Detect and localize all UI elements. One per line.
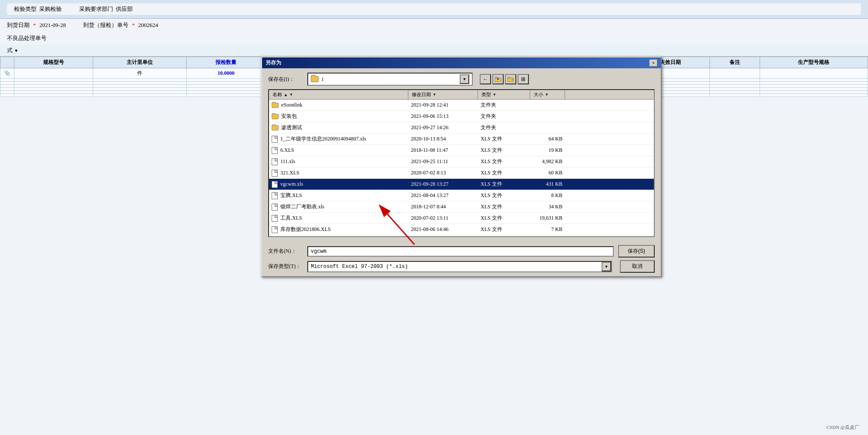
dialog-body: 保存在(I)： 1 ▼ ← <box>262 68 661 241</box>
col-header-name[interactable]: 名称 ▲ ▼ <box>269 90 408 99</box>
savetype-select[interactable]: Microsoft Excel 97-2003 (*.xls) <box>308 262 602 271</box>
savetype-dropdown-arrow[interactable]: ▼ <box>602 262 611 271</box>
file-size-cell: 431 KB <box>530 180 565 188</box>
dialog-bottom: 文件名(N)： 保存(S) 保存类型(T)： Microsoft Excel 9… <box>262 241 661 276</box>
col-dropdown-arrow[interactable]: ▼ <box>289 93 293 97</box>
file-type-cell: XLS 文件 <box>478 191 530 200</box>
file-type-cell: 文件夹 <box>478 123 530 132</box>
list-item[interactable]: 渗透测试 2021-09-27 14:26 文件夹 <box>269 122 654 134</box>
file-date-cell: 2018-11-08 11:47 <box>408 146 478 154</box>
view-toggle-button[interactable]: ⊞ <box>518 74 529 84</box>
file-icon <box>272 204 278 211</box>
col-date-dropdown[interactable]: ▼ <box>433 93 436 97</box>
new-folder-button[interactable]: + <box>505 74 516 84</box>
file-size-cell: 19 KB <box>530 146 565 154</box>
file-name-cell: 111.xls <box>269 157 408 166</box>
file-name: 6.XLS <box>280 147 294 154</box>
file-size-cell <box>530 127 565 129</box>
up-folder-button[interactable] <box>492 74 504 84</box>
folder-icon <box>272 114 279 119</box>
watermark: CSDN @瓜皮厂 <box>827 424 859 431</box>
list-item[interactable]: 安装包 2021-09-06 15:13 文件夹 <box>269 111 654 122</box>
col-name-label: 名称 <box>273 91 282 98</box>
back-button[interactable]: ← <box>480 74 491 84</box>
dialog-close-button[interactable]: × <box>649 60 657 67</box>
list-item[interactable]: 宝腾.XLS 2021-08-04 13:27 XLS 文件 8 KB <box>269 190 654 201</box>
file-name-cell: 库存数据2021806.XLS <box>269 225 408 234</box>
col-sort-arrow: ▲ <box>284 93 288 97</box>
file-name: 111.xls <box>280 158 295 165</box>
folder-icon-sm <box>311 76 319 82</box>
file-type-cell: XLS 文件 <box>478 146 530 155</box>
list-item[interactable]: 321.XLS 2020-07-02 8:13 XLS 文件 60 KB <box>269 167 654 179</box>
file-size-cell: 60 KB <box>530 169 565 177</box>
col-type-label: 类型 <box>481 91 491 98</box>
svg-text:+: + <box>511 78 513 82</box>
file-name-cell: 6.XLS <box>269 146 408 155</box>
filename-input[interactable] <box>307 246 614 257</box>
file-name: 工具.XLS <box>280 214 302 222</box>
file-date-cell: 2021-09-28 12:41 <box>408 101 478 109</box>
list-item[interactable]: vgcwm.xls 2021-09-28 13:27 XLS 文件 431 KB <box>269 179 654 190</box>
file-date-cell: 2020-07-02 8:13 <box>408 169 478 177</box>
file-date-cell: 2021-08-06 14:46 <box>408 225 478 234</box>
svg-rect-5 <box>508 77 510 78</box>
file-size-cell: 64 KB <box>530 135 565 143</box>
file-size-cell: 7 KB <box>530 225 565 234</box>
filename-label: 文件名(N)： <box>268 248 303 255</box>
list-item[interactable]: 锻焊二厂考勤表.xls 2018-12-07 8:44 XLS 文件 34 KB <box>269 201 654 213</box>
list-item[interactable]: 工具.XLS 2020-07-02 13:11 XLS 文件 19,631 KB <box>269 213 654 224</box>
dialog-title: 另存为 <box>266 59 281 67</box>
file-date-cell: 2020-07-02 13:11 <box>408 214 478 222</box>
col-size-dropdown[interactable]: ▼ <box>545 93 548 97</box>
file-type-cell: 文件夹 <box>478 100 530 110</box>
file-type-cell: XLS 文件 <box>478 214 530 223</box>
save-in-value: 1 <box>321 76 457 83</box>
file-date-cell: 2021-09-28 13:27 <box>408 180 478 188</box>
file-name: vgcwm.xls <box>280 181 303 187</box>
file-icon <box>272 147 278 154</box>
savetype-label: 保存类型(T)： <box>268 263 303 270</box>
file-date-cell: 2021-09-25 11:11 <box>408 157 478 166</box>
file-date-cell: 2021-09-06 15:13 <box>408 112 478 120</box>
col-header-date[interactable]: 修改日期 ▼ <box>408 90 478 99</box>
save-in-row: 保存在(I)： 1 ▼ ← <box>268 73 655 86</box>
file-name-cell: 321.XLS <box>269 169 408 177</box>
file-icon <box>272 215 278 222</box>
filename-row: 文件名(N)： 保存(S) <box>268 245 655 258</box>
save-in-dropdown[interactable]: 1 ▼ <box>307 73 473 86</box>
list-item[interactable]: 6.XLS 2018-11-08 11:47 XLS 文件 19 KB <box>269 145 654 156</box>
file-name-cell: 渗透测试 <box>269 123 408 132</box>
save-button[interactable]: 保存(S) <box>618 245 655 258</box>
cancel-button[interactable]: 取消 <box>620 260 655 273</box>
file-size-cell: 34 KB <box>530 203 565 211</box>
file-icon <box>272 158 278 165</box>
file-name-cell: 锻焊二厂考勤表.xls <box>269 202 408 211</box>
dialog-title-bar: 另存为 × <box>262 57 661 68</box>
save-as-dialog[interactable]: 另存为 × 保存在(I)： 1 ▼ ← <box>261 57 662 277</box>
file-type-cell: XLS 文件 <box>478 157 530 166</box>
save-in-dropdown-arrow[interactable]: ▼ <box>460 74 469 84</box>
file-size-cell <box>530 116 565 117</box>
svg-rect-1 <box>495 77 498 78</box>
file-name-cell: eSoonlink <box>269 101 408 109</box>
list-item[interactable]: eSoonlink 2021-09-28 12:41 文件夹 <box>269 100 654 111</box>
savetype-row: 保存类型(T)： Microsoft Excel 97-2003 (*.xls)… <box>268 260 655 273</box>
dialog-toolbar-icons: ← <box>480 74 529 84</box>
file-date-cell: 2018-12-07 8:44 <box>408 203 478 211</box>
file-name: 321.XLS <box>280 170 299 176</box>
file-name-cell: 1_二年级学生信息20200914094807.xls <box>269 134 408 144</box>
background-page: 检验类型 采购检验 采购要求部门 供应部 到货日期 * 2021-09-28 到… <box>0 0 868 435</box>
file-name-cell: 安装包 <box>269 112 408 121</box>
list-item[interactable]: 111.xls 2021-09-25 11:11 XLS 文件 4,982 KB <box>269 156 654 167</box>
list-item[interactable]: 1_二年级学生信息20200914094807.xls 2020-10-13 8… <box>269 134 654 145</box>
file-list-body: eSoonlink 2021-09-28 12:41 文件夹 安装包 2021-… <box>269 100 654 235</box>
file-list-container[interactable]: 名称 ▲ ▼ 修改日期 ▼ 类型 ▼ 大小 <box>268 89 655 237</box>
file-date-cell: 2021-09-27 14:26 <box>408 124 478 132</box>
file-name: 安装包 <box>281 113 297 120</box>
list-item[interactable]: 库存数据2021806.XLS 2021-08-06 14:46 XLS 文件 … <box>269 224 654 235</box>
col-type-dropdown[interactable]: ▼ <box>493 93 496 97</box>
col-header-size[interactable]: 大小 ▼ <box>530 90 565 99</box>
col-header-type[interactable]: 类型 ▼ <box>478 90 530 99</box>
file-size-cell <box>530 104 565 106</box>
